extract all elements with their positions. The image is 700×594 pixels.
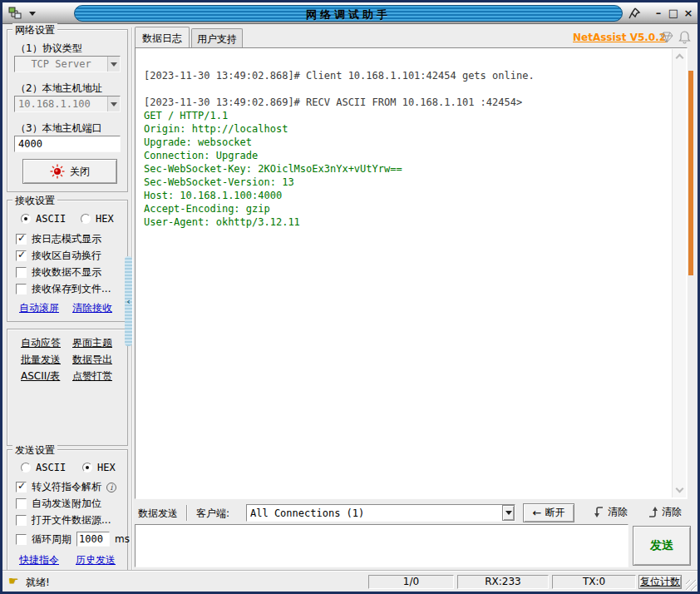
radio-icon[interactable] bbox=[81, 214, 91, 224]
version-link[interactable]: NetAssist V5.0.2 bbox=[573, 32, 666, 43]
protocol-select[interactable]: TCP Server bbox=[14, 56, 121, 72]
batch-send-link[interactable]: 批量发送 bbox=[21, 353, 61, 367]
recv-settings-group: 接收设置 ASCII HEX 按日志模式显示 接收区自动换行 接收数据不显示 接… bbox=[7, 200, 128, 322]
close-connection-label: 关闭 bbox=[70, 165, 90, 179]
close-button[interactable]: × bbox=[682, 7, 695, 20]
protocol-dropdown-icon[interactable] bbox=[107, 57, 120, 72]
recv-option-save-file[interactable]: 接收保存到文件... bbox=[16, 282, 111, 296]
ascii-table-link[interactable]: ASCII/表 bbox=[21, 369, 60, 384]
clear-recv-link[interactable]: 清除接收 bbox=[72, 301, 112, 315]
title-pill: 网络调试助手 bbox=[74, 5, 623, 22]
send-option-append[interactable]: 自动发送附加位 bbox=[16, 497, 101, 511]
recv-option-wrap[interactable]: 接收区自动换行 bbox=[16, 249, 101, 263]
collapse-panel-handle[interactable]: ‹ bbox=[125, 256, 132, 346]
radio-icon[interactable] bbox=[21, 214, 31, 224]
radio-icon[interactable] bbox=[21, 463, 31, 473]
ui-theme-link[interactable]: 界面主题 bbox=[72, 336, 112, 350]
close-connection-button[interactable]: 关闭 bbox=[22, 159, 117, 184]
data-export-link[interactable]: 数据导出 bbox=[72, 353, 112, 367]
send-toolbar: 数据发送 客户端: All Connections (1) ← 断开 清除 清除 bbox=[135, 502, 693, 523]
cycle-unit-label: ms bbox=[115, 533, 130, 545]
tab-user-support[interactable]: 用户支持 bbox=[191, 28, 243, 47]
log-scrollbar[interactable] bbox=[672, 49, 686, 497]
checkbox-icon[interactable] bbox=[16, 267, 27, 278]
checkbox-icon[interactable] bbox=[16, 284, 27, 295]
checkbox-icon[interactable] bbox=[16, 498, 27, 509]
client-area: 网络调试助手 – □ × 网络设置 （1）协议类型 TCP Server （2）… bbox=[2, 2, 698, 592]
recv-settings-title: 接收设置 bbox=[12, 194, 57, 208]
info-icon[interactable]: i bbox=[106, 483, 116, 493]
checkbox-icon[interactable] bbox=[16, 534, 27, 545]
checkbox-icon[interactable] bbox=[16, 234, 27, 245]
window-title: 网络调试助手 bbox=[75, 7, 622, 22]
quick-links-box: 自动应答 界面主题 批量发送 数据导出 ASCII/表 点赞打赏 bbox=[7, 329, 128, 446]
scroll-up-icon[interactable] bbox=[676, 54, 684, 62]
clear-send-button[interactable]: 清除 bbox=[648, 505, 682, 519]
maximize-button[interactable]: □ bbox=[667, 7, 680, 20]
recv-option-hide[interactable]: 接收数据不显示 bbox=[16, 265, 101, 280]
chevron-left-icon: ‹ bbox=[126, 296, 131, 307]
title-bar[interactable]: 网络调试助手 – □ × bbox=[2, 2, 698, 24]
host-dropdown-icon[interactable] bbox=[107, 97, 120, 111]
send-option-escape[interactable]: 转义符指令解析 i bbox=[16, 480, 116, 494]
recv-ascii-radio[interactable]: ASCII bbox=[21, 213, 66, 225]
send-data-tab[interactable]: 数据发送 bbox=[138, 507, 178, 521]
send-option-cycle[interactable]: 循环周期 ms bbox=[16, 532, 130, 547]
recv-ascii-label: ASCII bbox=[36, 213, 66, 225]
scroll-position-marker[interactable] bbox=[688, 71, 693, 275]
option-label: 自动发送附加位 bbox=[32, 497, 101, 511]
app-window: 网络调试助手 – □ × 网络设置 （1）协议类型 TCP Server （2）… bbox=[0, 0, 700, 594]
connection-count: 1/0 bbox=[368, 575, 454, 589]
send-option-file-source[interactable]: 打开文件数据源... bbox=[16, 513, 111, 527]
log-line: Accept-Encoding: gzip bbox=[144, 203, 678, 216]
log-line: Sec-WebSocket-Key: 2KOiclMsoEx3nYx+vUtYr… bbox=[144, 163, 678, 176]
rx-counter: RX:233 bbox=[457, 575, 549, 589]
app-icon[interactable] bbox=[8, 7, 22, 21]
data-log-panel[interactable]: [2023-11-30 13:49:02.868]# Client 10.168… bbox=[135, 47, 688, 499]
recv-hex-radio[interactable]: HEX bbox=[81, 213, 114, 225]
tab-data-log[interactable]: 数据日志 bbox=[135, 27, 190, 47]
port-input[interactable] bbox=[14, 136, 121, 152]
reset-count-button[interactable]: 复位计数 bbox=[638, 575, 682, 589]
disconnect-button[interactable]: ← 断开 bbox=[523, 503, 574, 522]
checkbox-icon[interactable] bbox=[16, 482, 27, 493]
protocol-label: （1）协议类型 bbox=[16, 42, 82, 56]
auto-scroll-link[interactable]: 自动滚屏 bbox=[19, 301, 59, 315]
app-menu-caret-icon[interactable] bbox=[29, 12, 36, 16]
log-line: Origin: http://localhost bbox=[144, 123, 678, 136]
option-label: 接收数据不显示 bbox=[32, 265, 101, 280]
history-send-link[interactable]: 历史发送 bbox=[76, 553, 116, 567]
pin-icon[interactable] bbox=[629, 7, 641, 20]
minimize-button[interactable]: – bbox=[652, 7, 665, 20]
host-select[interactable]: 10.168.1.100 bbox=[14, 96, 121, 112]
radio-icon[interactable] bbox=[82, 463, 92, 473]
send-input[interactable] bbox=[135, 524, 629, 567]
send-settings-title: 发送设置 bbox=[12, 443, 57, 458]
client-dropdown-icon[interactable] bbox=[502, 505, 515, 521]
shortcut-cmd-link[interactable]: 快捷指令 bbox=[19, 553, 59, 567]
diamond-icon[interactable] bbox=[660, 32, 673, 43]
cycle-ms-input[interactable] bbox=[76, 532, 110, 547]
send-hex-radio[interactable]: HEX bbox=[82, 462, 116, 473]
scroll-down-icon[interactable] bbox=[676, 485, 684, 493]
left-arrow-icon: ← bbox=[533, 507, 542, 519]
checkbox-icon[interactable] bbox=[16, 250, 27, 261]
checkbox-icon[interactable] bbox=[16, 515, 27, 526]
clear-recv-label: 清除 bbox=[608, 505, 628, 519]
donate-link[interactable]: 点赞打赏 bbox=[72, 369, 112, 384]
network-settings-group: 网络设置 （1）协议类型 TCP Server （2）本地主机地址 10.168… bbox=[7, 29, 128, 192]
auto-reply-link[interactable]: 自动应答 bbox=[21, 336, 61, 350]
recv-option-log-mode[interactable]: 按日志模式显示 bbox=[16, 232, 101, 246]
status-bar: ☛ 就绪! 1/0 RX:233 TX:0 复位计数 bbox=[2, 571, 698, 592]
send-settings-group: 发送设置 ASCII HEX 转义符指令解析 i 自动发送附加位 打开文件数据源… bbox=[7, 449, 128, 571]
send-ascii-radio[interactable]: ASCII bbox=[21, 462, 66, 473]
arrow-curve-up-icon bbox=[648, 506, 658, 518]
disconnect-label: 断开 bbox=[545, 506, 564, 520]
bell-icon[interactable] bbox=[678, 31, 691, 44]
tx-counter: TX:0 bbox=[552, 575, 636, 589]
clear-recv-button[interactable]: 清除 bbox=[594, 505, 628, 519]
client-connections-select[interactable]: All Connections (1) bbox=[246, 504, 515, 522]
resize-grip[interactable] bbox=[686, 580, 697, 591]
option-label: 循环周期 bbox=[32, 532, 71, 547]
send-button[interactable]: 发送 bbox=[633, 526, 691, 566]
